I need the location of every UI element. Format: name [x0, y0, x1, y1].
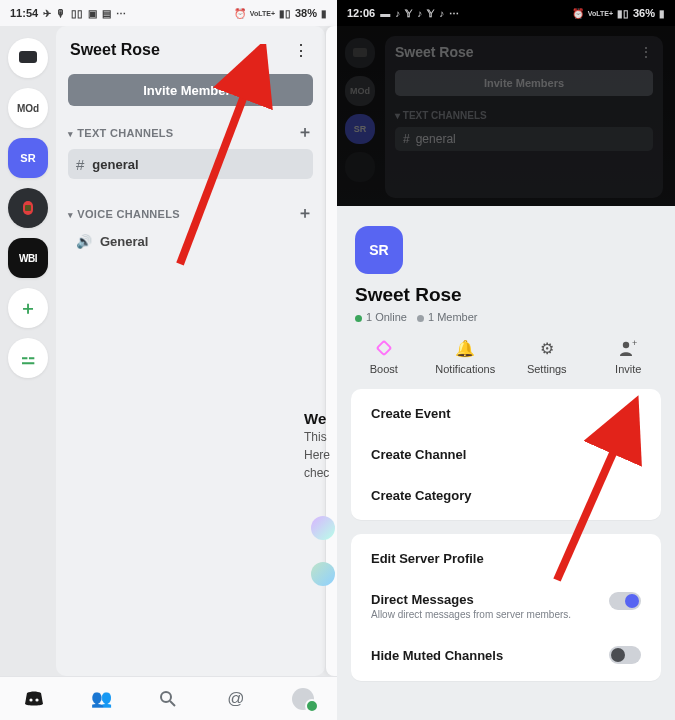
action-row: Boost 🔔 Notifications ⚙ Settings + Invit…: [343, 337, 669, 375]
signal-icon: ▮▯: [617, 8, 629, 19]
text-channels-header[interactable]: ▾TEXT CHANNELS ＋: [68, 122, 313, 143]
add-voice-channel[interactable]: ＋: [297, 203, 313, 224]
voice-channels-label: VOICE CHANNELS: [77, 208, 180, 220]
status-icon: ▯▯: [71, 8, 83, 19]
alarm-icon: ⏰: [572, 8, 584, 19]
notifications-button[interactable]: 🔔 Notifications: [429, 337, 501, 375]
settings-button[interactable]: ⚙ Settings: [511, 337, 583, 375]
edit-server-profile-row[interactable]: Edit Server Profile: [371, 538, 641, 579]
text-channels-label: TEXT CHANNELS: [77, 127, 173, 139]
twitter-icon: ♪: [395, 8, 400, 19]
server-wbi[interactable]: WBI: [8, 238, 48, 278]
member-dot-icon: [417, 315, 424, 322]
discord-icon[interactable]: [21, 686, 47, 712]
mic-icon: 🎙: [56, 8, 66, 19]
bell-icon: 🔔: [454, 337, 476, 359]
create-channel-row[interactable]: Create Channel: [371, 434, 641, 475]
alarm-icon: ⏰: [234, 8, 246, 19]
server-sheet: SR Sweet Rose 1 Online 1 Member Boost 🔔 …: [337, 206, 675, 720]
add-text-channel[interactable]: ＋: [297, 122, 313, 143]
twitter-icon: ♪: [417, 8, 422, 19]
server-avatar: SR: [355, 226, 403, 274]
create-event-label: Create Event: [371, 406, 450, 421]
svg-point-10: [623, 342, 629, 348]
hub-icon: ⚍: [21, 349, 35, 368]
server-sr: SR: [345, 114, 375, 144]
svg-rect-0: [19, 51, 37, 63]
create-card: Create Event Create Channel Create Categ…: [351, 389, 661, 520]
statusbar-left: 11:54 ✈ 🎙 ▯▯ ▣ ▤ ⋯ ⏰ VoLTE+ ▮▯ 38% ▮: [0, 0, 337, 26]
server-dark: [345, 152, 375, 182]
create-category-label: Create Category: [371, 488, 471, 503]
telegram-icon: ✈: [43, 8, 51, 19]
edit-profile-label: Edit Server Profile: [371, 551, 484, 566]
friends-icon[interactable]: 👥: [88, 686, 114, 712]
statusbar-right: 12:06 ▬ ♪ 𝕐 ♪ 𝕐 ♪ ⋯ ⏰ VoLTE+ ▮▯ 36% ▮: [337, 0, 675, 26]
server-stats: 1 Online 1 Member: [355, 311, 675, 323]
server-rail: MOd SR WBI ＋ ⚍: [0, 26, 56, 676]
twitter-icon: 𝕐: [427, 8, 434, 19]
boost-icon: [373, 337, 395, 359]
invite-members-button: Invite Members: [395, 70, 653, 96]
more-icon: ⋯: [116, 8, 126, 19]
clock-text: 12:06: [347, 7, 375, 19]
profile-icon[interactable]: [290, 686, 316, 712]
server-menu-button[interactable]: ⋮: [289, 38, 313, 62]
notifications-label: Notifications: [435, 363, 495, 375]
signal-icon: ▮▯: [279, 8, 291, 19]
voice-channels-header[interactable]: ▾VOICE CHANNELS ＋: [68, 203, 313, 224]
server-mod[interactable]: MOd: [8, 88, 48, 128]
battery-text: 38%: [295, 7, 317, 19]
invite-button[interactable]: + Invite: [592, 337, 664, 375]
hash-icon: #: [76, 156, 84, 173]
image-icon: ▤: [102, 8, 111, 19]
hide-muted-toggle[interactable]: [609, 646, 641, 664]
svg-line-6: [170, 701, 175, 706]
gear-icon: ⚙: [536, 337, 558, 359]
bottom-nav: 👥 @: [0, 676, 337, 720]
boost-button[interactable]: Boost: [348, 337, 420, 375]
dm-pill[interactable]: [8, 38, 48, 78]
mentions-icon[interactable]: @: [223, 686, 249, 712]
download-icon: ▣: [88, 8, 97, 19]
clock-text: 11:54: [10, 7, 38, 19]
search-icon[interactable]: [155, 686, 181, 712]
server-title: Sweet Rose: [395, 44, 653, 60]
svg-rect-8: [353, 48, 367, 57]
hide-muted-row[interactable]: Hide Muted Channels: [371, 633, 641, 677]
dm-pill: [345, 38, 375, 68]
invite-members-button[interactable]: Invite Members: [68, 74, 313, 106]
invite-label: Invite: [615, 363, 641, 375]
voice-general[interactable]: 🔊 General: [68, 224, 313, 254]
svg-text:+: +: [632, 340, 637, 348]
create-event-row[interactable]: Create Event: [371, 393, 641, 434]
dm-toggle[interactable]: [609, 592, 641, 610]
battery-icon: ▮: [321, 8, 327, 19]
svg-point-4: [35, 698, 38, 701]
direct-messages-row[interactable]: Direct Messages Allow direct messages fr…: [371, 579, 641, 633]
battery-icon: ▮: [659, 8, 665, 19]
online-dot-icon: [355, 315, 362, 322]
hide-muted-label: Hide Muted Channels: [371, 648, 503, 663]
channel-general-label: general: [92, 157, 138, 172]
add-server[interactable]: ＋: [8, 288, 48, 328]
dimmed-background: MOd SR Sweet Rose ⋮ Invite Members ▾ TEX…: [337, 26, 675, 206]
dm-label: Direct Messages: [371, 592, 474, 607]
server-name: Sweet Rose: [355, 284, 675, 306]
twitter-icon: ♪: [439, 8, 444, 19]
server-sr[interactable]: SR: [8, 138, 48, 178]
peek-avatars: [311, 516, 337, 590]
channel-general[interactable]: # general: [68, 149, 313, 179]
peek-text: We This Here chec: [304, 410, 339, 482]
channel-panel: Sweet Rose ⋮ Invite Members ▾TEXT CHANNE…: [56, 26, 325, 676]
status-icon: ▬: [380, 8, 390, 19]
svg-point-3: [29, 698, 32, 701]
server-dark[interactable]: [8, 188, 48, 228]
battery-text: 36%: [633, 7, 655, 19]
create-category-row[interactable]: Create Category: [371, 475, 641, 516]
server-menu-button: ⋮: [639, 44, 653, 60]
chevron-down-icon: ▾: [68, 129, 73, 139]
explore-servers[interactable]: ⚍: [8, 338, 48, 378]
server-mod: MOd: [345, 76, 375, 106]
speaker-icon: 🔊: [76, 234, 92, 249]
